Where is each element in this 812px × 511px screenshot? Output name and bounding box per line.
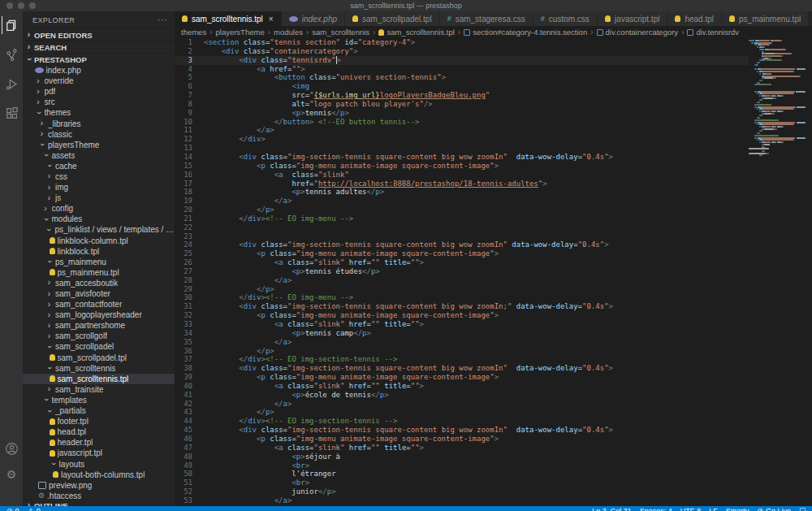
code-line-18[interactable]: 18 <p>tennis adultes</p> xyxy=(175,188,812,197)
code-line-47[interactable]: 47 <a class="slink" href="" title=""> xyxy=(175,444,812,453)
tab-sam-stageresa-css[interactable]: #sam_stageresa.css xyxy=(440,11,533,26)
status-go-live[interactable]: ⊘Go Live xyxy=(757,507,791,511)
tree-item-assets[interactable]: ›assets xyxy=(23,150,175,161)
code-line-22[interactable]: 22 xyxy=(175,223,812,232)
extensions-icon[interactable] xyxy=(2,104,20,122)
tree-item-footer-tpl[interactable]: footer.tpl xyxy=(23,416,175,427)
breadcrumb-item-div-tennisrdv[interactable]: div.tennisrdv xyxy=(687,28,739,37)
tree-item-sam-logoplayersheader[interactable]: ›sam_logoplayersheader xyxy=(23,310,175,320)
code-line-40[interactable]: 40 <a class="slink" href="" title=""> xyxy=(175,382,812,391)
tree-item-linkblock-tpl[interactable]: linkblock.tpl xyxy=(23,246,175,257)
tab-sam-scrolltennis-tpl[interactable]: sam_scrolltennis.tpl× xyxy=(175,11,282,26)
code-line-48[interactable]: 48 <p>séjour à xyxy=(175,453,812,461)
tree-item-preview-png[interactable]: preview.png xyxy=(23,480,175,491)
tree-item-playerstheme[interactable]: ›playersTheme xyxy=(23,140,175,150)
code-line-16[interactable]: 16 <a class="slink" xyxy=(175,171,812,180)
code-line-53[interactable]: 53 </a> xyxy=(175,496,812,505)
minimize-window-icon[interactable] xyxy=(18,2,24,9)
status-spaces-4[interactable]: Spaces: 4 xyxy=(640,507,672,511)
tree-item-libraries[interactable]: ›_libraries xyxy=(23,118,175,128)
close-icon[interactable]: × xyxy=(269,15,274,24)
tab-javascript-tpl[interactable]: javascript.tpl xyxy=(598,11,668,26)
code-line-32[interactable]: 32 <p class="img-menu animate-image squa… xyxy=(175,311,812,320)
maximize-window-icon[interactable] xyxy=(29,2,36,9)
tab-index-php[interactable]: index.php xyxy=(282,11,345,26)
explorer-icon[interactable] xyxy=(2,16,20,34)
tree-item-ps-linklist-views-templates-hook[interactable]: ›ps_linklist / views / templates / hook xyxy=(23,224,175,235)
tree-item-sam-contactfooter[interactable]: ›sam_contactfooter xyxy=(23,299,175,310)
tab-custom-css[interactable]: #custom.css xyxy=(533,11,598,26)
tree-item-templates[interactable]: ›templates xyxy=(23,395,175,405)
code-line-9[interactable]: 9 <p>tennis</p> xyxy=(175,109,812,118)
code-line-28[interactable]: 28 </a> xyxy=(175,276,812,285)
breadcrumb-item-section-category-4-tennis-section[interactable]: section#category-4.tennis.section xyxy=(464,28,587,37)
code-line-46[interactable]: 46 <p class="img-menu animate-image squa… xyxy=(175,435,812,444)
code-line-19[interactable]: 19 </a> xyxy=(175,197,812,206)
tree-item-img[interactable]: ›img xyxy=(23,182,175,193)
run-debug-icon[interactable] xyxy=(2,75,20,93)
code-line-13[interactable]: 13 xyxy=(175,144,812,153)
explorer-more-actions-icon[interactable]: ··· xyxy=(158,15,168,24)
code-line-27[interactable]: 27 <p>tennis études</p> xyxy=(175,267,812,276)
code-line-44[interactable]: 44 </div><!-- EO img-section-tennis --> xyxy=(175,417,812,426)
tree-item-css[interactable]: ›css xyxy=(23,171,175,182)
code-line-26[interactable]: 26 <a class="slink" href="" title=""> xyxy=(175,258,812,267)
code-editor[interactable]: 1<section class="tennis section" id="cat… xyxy=(175,38,812,511)
tree-item-head-tpl[interactable]: head.tpl xyxy=(23,427,175,437)
code-line-37[interactable]: 37 </div><!-- EO img-section-tennis --> xyxy=(175,355,812,364)
tree-item-cache[interactable]: ›cache xyxy=(23,161,175,171)
code-line-33[interactable]: 33 <a class="slink" href="" title=""> xyxy=(175,320,812,329)
code-line-10[interactable]: 10 </button> <!--EO button tennis--> xyxy=(175,118,812,127)
code-line-8[interactable]: 8 alt="logo patch bleu player's"/> xyxy=(175,100,812,109)
account-icon[interactable] xyxy=(2,440,20,457)
code-line-23[interactable]: 23 xyxy=(175,232,812,241)
tree-item-sam-scrollgolf[interactable]: ›sam_scrollgolf xyxy=(23,331,175,341)
status-utf-8[interactable]: UTF-8 xyxy=(680,507,702,511)
code-line-50[interactable]: 50 l'étranger xyxy=(175,470,812,479)
minimap[interactable] xyxy=(749,38,812,511)
tree-item-layouts[interactable]: ›layouts xyxy=(23,458,175,469)
status-smarty[interactable]: Smarty xyxy=(726,507,749,511)
tree-item-js[interactable]: ›js xyxy=(23,193,175,203)
settings-icon[interactable]: ⚙ xyxy=(2,466,20,483)
code-line-6[interactable]: 6 <img xyxy=(175,82,812,91)
code-line-38[interactable]: 38 <div class="img-section-tennis square… xyxy=(175,364,812,373)
breadcrumb-item-themes[interactable]: themes xyxy=(181,28,206,37)
tab-sam-scrollpadel-tpl[interactable]: sam_scrollpadel.tpl xyxy=(345,11,440,26)
code-line-52[interactable]: 52 junior</p> xyxy=(175,487,812,496)
code-line-17[interactable]: 17 href="http://localhost:8888/prestasho… xyxy=(175,180,812,188)
tree-item-ps-mainmenu-tpl[interactable]: ps_mainmenu.tpl xyxy=(23,267,175,278)
code-line-43[interactable]: 43 </p> xyxy=(175,408,812,417)
code-line-20[interactable]: 20 </p> xyxy=(175,206,812,214)
code-line-35[interactable]: 35 </a> xyxy=(175,338,812,347)
breadcrumb-item-sam-scrolltennis-tpl[interactable]: sam_scrolltennis.tpl xyxy=(378,28,454,37)
status-feedback[interactable]: ☐ xyxy=(799,507,806,511)
breadcrumb-item-sam-scrolltennis[interactable]: sam_scrolltennis xyxy=(312,28,369,37)
tree-item-modules[interactable]: ›modules xyxy=(23,214,175,224)
tree-item-config[interactable]: ›config xyxy=(23,203,175,214)
code-line-34[interactable]: 34 <p>tennis camp</p> xyxy=(175,329,812,338)
status-ln-3-col-31[interactable]: Ln 3, Col 31 xyxy=(592,507,632,511)
source-control-icon[interactable] xyxy=(2,45,20,63)
code-line-21[interactable]: 21 </div><!-- EO img-menu --> xyxy=(175,214,812,223)
code-line-42[interactable]: 42 </a> xyxy=(175,400,812,409)
tree-item-sam-scrollpadel-tpl[interactable]: sam_scrollpadel.tpl xyxy=(23,353,175,363)
tree-item-src[interactable]: ›src xyxy=(23,97,175,107)
tab-ps-mainmenu-tpl[interactable]: ps_mainmenu.tpl xyxy=(722,11,809,26)
tab-head-tpl[interactable]: head.tpl xyxy=(667,11,722,26)
tree-item-sam-scrolltennis-tpl[interactable]: sam_scrolltennis.tpl xyxy=(23,374,175,384)
code-line-41[interactable]: 41 <p>école de tennis</p> xyxy=(175,391,812,400)
code-line-29[interactable]: 29 </p> xyxy=(175,285,812,294)
tree-item-sam-accesboutik[interactable]: ›sam_accesboutik xyxy=(23,278,175,288)
sidebar-section-open-editors[interactable]: ›OPEN EDITORS xyxy=(23,28,175,41)
code-line-24[interactable]: 24 <div class="img-section-tennis square… xyxy=(175,240,812,249)
status-0[interactable]: ⚠0 xyxy=(28,507,41,511)
tree-item-override[interactable]: ›override xyxy=(23,76,175,86)
code-line-45[interactable]: 45 <div class="img-section-tennis square… xyxy=(175,426,812,435)
tree-item-header-tpl[interactable]: header.tpl xyxy=(23,437,175,448)
code-line-31[interactable]: 31 <div class="img-section-tennis square… xyxy=(175,302,812,311)
tree-item-sam-scrolltennis[interactable]: ›sam_scrolltennis xyxy=(23,363,175,374)
code-line-7[interactable]: 7 src="{$urls.img_url}logoPlayersBadgeBl… xyxy=(175,91,812,100)
code-line-14[interactable]: 14 <div class="img-section-tennis square… xyxy=(175,153,812,162)
tree-item-ps-mainmenu[interactable]: ›ps_mainmenu xyxy=(23,257,175,267)
